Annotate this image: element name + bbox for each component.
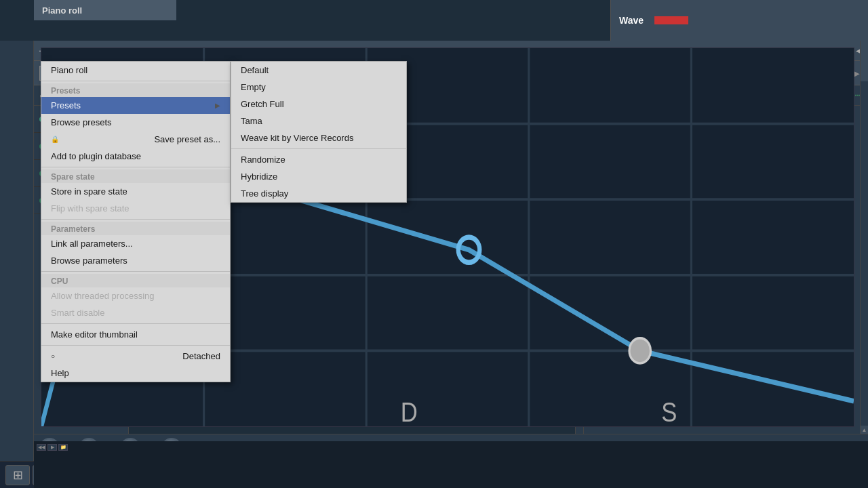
submenu-default[interactable]: Default: [231, 62, 406, 79]
menu-parameters-section: Parameters: [41, 222, 230, 235]
piano-roll-text: Piano roll: [42, 5, 82, 16]
svg-text:S: S: [661, 396, 677, 426]
main-context-menu: Piano roll Presets Presets ▶ Browse pres…: [41, 61, 231, 382]
svg-rect-14: [34, 441, 868, 488]
svg-text:D: D: [401, 396, 418, 426]
transport-open[interactable]: 📁: [58, 444, 68, 451]
menu-smart-disable: Smart disable: [41, 304, 230, 321]
menu-help[interactable]: Help: [41, 365, 230, 382]
submenu-tama-label: Tama: [241, 116, 262, 126]
menu-sep-6: [41, 345, 230, 346]
submenu-hybridize-label: Hybridize: [241, 171, 277, 182]
submenu-gretch-full[interactable]: Gretch Full: [231, 96, 406, 113]
submenu-sep-1: [231, 148, 406, 149]
fpc-right-panel: D S ▲ ATT DEC SUS REL ◀: [583, 106, 868, 441]
submenu-randomize-label: Randomize: [241, 155, 285, 165]
menu-smart-disable-label: Smart disable: [51, 308, 104, 318]
envelope-scrollbar-v[interactable]: ▲: [860, 41, 868, 434]
menu-sep-2: [41, 167, 230, 167]
submenu-default-label: Default: [241, 65, 269, 75]
menu-browse-params-label: Browse parameters: [51, 256, 127, 266]
menu-spare-section-label: Spare state: [51, 172, 95, 182]
waveform-svg: [34, 441, 868, 488]
submenu-weave-kit[interactable]: Weave kit by Vierce Records: [231, 129, 406, 146]
menu-save-preset-label: Save preset as...: [154, 134, 220, 144]
menu-piano-roll[interactable]: Piano roll: [41, 62, 230, 79]
menu-piano-roll-label: Piano roll: [51, 65, 87, 75]
menu-sep-3: [41, 219, 230, 220]
menu-store-in-spare[interactable]: Store in spare state: [41, 183, 230, 200]
menu-flip-spare-label: Flip with spare state: [51, 203, 130, 214]
menu-make-thumbnail-label: Make editor thumbnail: [51, 329, 138, 340]
transport-rew[interactable]: ◀◀: [37, 444, 46, 451]
menu-presets-section-label: Presets: [51, 86, 80, 96]
submenu-tama[interactable]: Tama: [231, 113, 406, 129]
menu-store-spare-label: Store in spare state: [51, 186, 127, 197]
menu-detached[interactable]: ○ Detached: [41, 348, 230, 365]
menu-presets-arrow: ▶: [215, 102, 220, 109]
submenu-randomize[interactable]: Randomize: [231, 151, 406, 168]
left-sidebar: [0, 41, 34, 461]
menu-cpu-section-label: CPU: [51, 277, 68, 286]
menu-spare-section: Spare state: [41, 169, 230, 183]
menu-sep-4: [41, 271, 230, 272]
fpc-bottom: ◀◀ ▶ 📁 BANK B ● ▶ FPC_SdSt_: [34, 441, 868, 488]
menu-add-to-plugin-label: Add to plugin database: [51, 151, 141, 161]
svg-point-11: [629, 338, 651, 363]
detached-icon: ○: [51, 352, 55, 360]
taskbar-start[interactable]: ⊞: [5, 465, 30, 485]
menu-sep-1: [41, 81, 230, 81]
lock-icon: 🔒: [51, 136, 59, 143]
submenu-empty-label: Empty: [241, 82, 266, 92]
menu-help-label: Help: [51, 368, 69, 378]
menu-browse-params[interactable]: Browse parameters: [41, 252, 230, 269]
submenu-empty[interactable]: Empty: [231, 79, 406, 96]
menu-add-to-plugin-db[interactable]: Add to plugin database: [41, 148, 230, 165]
menu-presets-label: Presets: [51, 100, 81, 110]
wave-panel: Wave: [610, 0, 868, 41]
menu-cpu-section: CPU: [41, 274, 230, 287]
submenu-weave-label: Weave kit by Vierce Records: [241, 133, 353, 143]
transport-play[interactable]: ▶: [47, 444, 57, 451]
piano-roll-label: Piano roll: [34, 0, 176, 20]
menu-make-thumbnail[interactable]: Make editor thumbnail: [41, 326, 230, 343]
menu-params-section-label: Parameters: [51, 224, 95, 234]
menu-link-params-label: Link all parameters...: [51, 239, 133, 249]
menu-save-preset-as[interactable]: 🔒 Save preset as...: [41, 131, 230, 148]
menu-sep-5: [41, 323, 230, 324]
menu-browse-presets-label: Browse presets: [51, 117, 112, 127]
menu-presets-section: Presets: [41, 83, 230, 97]
submenu-tree-display-label: Tree display: [241, 188, 288, 199]
menu-link-all-params[interactable]: Link all parameters...: [41, 235, 230, 252]
wave-panel-label: Wave: [619, 15, 644, 26]
menu-browse-presets[interactable]: Browse presets: [41, 114, 230, 131]
submenu-hybridize[interactable]: Hybridize: [231, 168, 406, 185]
menu-allow-threaded-label: Allow threaded processing: [51, 291, 154, 301]
menu-flip-with-spare: Flip with spare state: [41, 200, 230, 217]
waveform-transport: ◀◀ ▶ 📁: [37, 444, 68, 451]
submenu-tree-display[interactable]: Tree display: [231, 185, 406, 202]
wave-meter: [654, 16, 688, 24]
presets-submenu: Default Empty Gretch Full Tama Weave kit…: [231, 61, 407, 203]
menu-presets-item[interactable]: Presets ▶: [41, 97, 230, 114]
menu-detached-label: Detached: [182, 351, 220, 361]
submenu-gretch-label: Gretch Full: [241, 99, 284, 109]
waveform-panel: ◀◀ ▶ 📁 BANK B ● ▶ FPC_SdSt_: [34, 441, 868, 488]
menu-allow-threaded: Allow threaded processing: [41, 287, 230, 304]
